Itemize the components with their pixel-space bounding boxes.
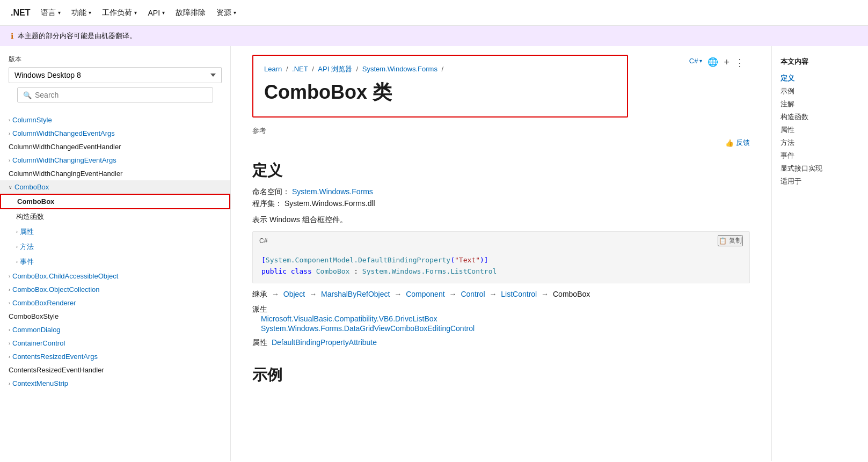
sidebar-item-combobox-renderer[interactable]: › ComboBoxRenderer: [0, 296, 230, 310]
feedback-link[interactable]: 👍 反馈: [725, 138, 750, 148]
chevron-right-icon: ›: [16, 259, 18, 265]
code-block: C# 📋 复制 [System.ComponentModel.DefaultBi…: [252, 231, 750, 283]
nav-item-features[interactable]: 功能 ▾: [71, 8, 91, 18]
sidebar-item-methods[interactable]: › 方法: [0, 239, 230, 254]
chevron-down-icon: ▾: [58, 10, 61, 16]
chevron-right-icon: ›: [16, 244, 18, 250]
banner-text: 本主题的部分内容可能是由机器翻译。: [18, 31, 136, 41]
nav-brand[interactable]: .NET: [11, 8, 30, 18]
sidebar-item-combobox-active[interactable]: ComboBox: [0, 194, 230, 209]
derived-section: 派生 Microsoft.VisualBasic.Compatibility.V…: [252, 305, 750, 333]
sidebar-item-events[interactable]: › 事件: [0, 254, 230, 269]
chevron-right-icon: ›: [16, 229, 18, 234]
attributes-link[interactable]: DefaultBindingPropertyAttribute: [272, 338, 377, 347]
chevron-down-icon: ▾: [89, 10, 91, 16]
sidebar-item-colwidthchanginghandler[interactable]: ColumnWidthChangingEventHandler: [0, 167, 230, 180]
nav-item-troubleshoot[interactable]: 故障排除: [176, 8, 206, 18]
sidebar-item-colwidthchanging[interactable]: › ColumnWidthChangingEventArgs: [0, 153, 230, 167]
breadcrumb-sep: /: [286, 65, 290, 73]
toc-item-events[interactable]: 事件: [781, 149, 859, 162]
inherit-component[interactable]: Component: [406, 290, 444, 298]
page-title: ComboBox 类: [264, 79, 616, 106]
section-label: 参考: [252, 127, 266, 135]
chevron-down-icon: ▾: [134, 10, 137, 16]
sidebar-item-contents-resized-handler[interactable]: ContentsResizedEventHandler: [0, 363, 230, 377]
namespace-link[interactable]: System.Windows.Forms: [292, 187, 373, 196]
sidebar: 版本 Windows Desktop 8 🔍 › ColumnStyle › C…: [0, 46, 231, 461]
chevron-right-icon: ›: [9, 354, 10, 360]
nav-item-workload[interactable]: 工作负荷 ▾: [102, 8, 137, 18]
example-heading: 示例: [252, 365, 750, 385]
toc-item-constructor[interactable]: 构造函数: [781, 111, 859, 123]
search-input[interactable]: [35, 91, 207, 99]
sidebar-item-combobox-style[interactable]: ComboBoxStyle: [0, 310, 230, 323]
derived-link-2[interactable]: System.Windows.Forms.DataGridViewComboBo…: [261, 324, 750, 333]
derived-link-1[interactable]: Microsoft.VisualBasic.Compatibility.VB6.…: [261, 314, 750, 323]
inherit-marshalbyref[interactable]: MarshalByRefObject: [321, 290, 390, 298]
chevron-right-icon: ›: [9, 158, 10, 163]
toc-item-applies[interactable]: 适用于: [781, 175, 859, 188]
chevron-right-icon: ›: [9, 381, 10, 386]
chevron-right-icon: ›: [9, 118, 10, 123]
sidebar-item-container-control[interactable]: › ContainerControl: [0, 336, 230, 350]
feedback-icon: 👍: [725, 139, 734, 147]
breadcrumb-api[interactable]: API 浏览器: [318, 65, 352, 73]
breadcrumb-learn[interactable]: Learn: [264, 65, 282, 73]
sidebar-item-common-dialog[interactable]: › CommonDialog: [0, 323, 230, 336]
sidebar-item-constructor[interactable]: 构造函数: [0, 209, 230, 224]
code-lang-label: C#: [259, 237, 267, 245]
title-box: Learn / .NET / API 浏览器 / System.Windows.…: [252, 55, 628, 118]
toc-item-notes[interactable]: 注解: [781, 98, 859, 111]
toc-item-properties[interactable]: 属性: [781, 123, 859, 136]
sidebar-list: › ColumnStyle › ColumnWidthChangedEventA…: [0, 113, 230, 461]
breadcrumb-namespace[interactable]: System.Windows.Forms: [362, 65, 437, 73]
copy-button[interactable]: 📋 复制: [718, 235, 743, 246]
version-select[interactable]: Windows Desktop 8: [9, 67, 222, 83]
inherit-control[interactable]: Control: [461, 290, 485, 298]
sidebar-item-combobox-child[interactable]: › ComboBox.ChildAccessibleObject: [0, 269, 230, 283]
sidebar-item-context-menu[interactable]: › ContextMenuStrip: [0, 377, 230, 390]
info-icon: ℹ: [11, 32, 13, 40]
sidebar-item-colwidthchangedhandler[interactable]: ColumnWidthChangedEventHandler: [0, 140, 230, 153]
inheritance-row: 继承 → Object → MarshalByRefObject → Compo…: [252, 290, 750, 299]
toc-item-interface[interactable]: 显式接口实现: [781, 162, 859, 175]
search-icon: 🔍: [23, 91, 32, 99]
globe-icon[interactable]: 🌐: [707, 57, 718, 67]
chevron-down-icon: ▾: [162, 10, 165, 16]
code-content: [System.ComponentModel.DefaultBindingPro…: [253, 250, 749, 283]
sidebar-item-combobox-parent[interactable]: ∨ ComboBox: [0, 180, 230, 194]
sidebar-item-colwidthchanged[interactable]: › ColumnWidthChangedEventArgs: [0, 127, 230, 140]
nav-item-api[interactable]: API ▾: [148, 9, 165, 17]
nav-item-resources[interactable]: 资源 ▾: [216, 8, 236, 18]
chevron-right-icon: ›: [9, 287, 10, 292]
sidebar-item-combobox-obj[interactable]: › ComboBox.ObjectCollection: [0, 283, 230, 296]
top-nav: .NET 语言 ▾ 功能 ▾ 工作负荷 ▾ API ▾ 故障排除 资源 ▾: [0, 0, 868, 26]
sidebar-item-contents-resized[interactable]: › ContentsResizedEventArgs: [0, 350, 230, 363]
sidebar-item-columnstyle[interactable]: › ColumnStyle: [0, 113, 230, 127]
breadcrumb-sep: /: [312, 65, 316, 73]
assembly-row: 程序集： System.Windows.Forms.dll: [252, 199, 750, 209]
toc-item-methods[interactable]: 方法: [781, 136, 859, 149]
inherit-listcontrol[interactable]: ListControl: [501, 290, 537, 298]
toc-item-definition[interactable]: 定义: [781, 72, 859, 85]
breadcrumb-sep: /: [442, 65, 444, 73]
version-label: 版本: [9, 55, 222, 64]
feedback-row: 👍 反馈: [252, 138, 750, 148]
translation-banner: ℹ 本主题的部分内容可能是由机器翻译。: [0, 26, 868, 46]
nav-item-language[interactable]: 语言 ▾: [41, 8, 61, 18]
inherit-object[interactable]: Object: [283, 290, 305, 298]
add-icon[interactable]: +: [724, 57, 730, 68]
breadcrumb-dotnet[interactable]: .NET: [292, 65, 308, 73]
namespace-row: 命名空间： System.Windows.Forms: [252, 187, 750, 197]
toc-title: 本文内容: [781, 57, 859, 67]
chevron-down-icon: ▾: [234, 10, 236, 16]
copy-icon: 📋: [719, 237, 727, 245]
toc-item-example[interactable]: 示例: [781, 85, 859, 98]
chevron-right-icon: ›: [9, 131, 10, 136]
sidebar-item-properties[interactable]: › 属性: [0, 224, 230, 239]
more-icon[interactable]: ⋮: [735, 57, 745, 69]
toc-panel: 本文内容 定义 示例 注解 构造函数 属性 方法 事件 显式接口实现 适用于: [771, 46, 868, 461]
breadcrumb: Learn / .NET / API 浏览器 / System.Windows.…: [264, 64, 616, 74]
lang-selector[interactable]: C# ▾: [689, 57, 703, 65]
breadcrumb-sep: /: [356, 65, 360, 73]
